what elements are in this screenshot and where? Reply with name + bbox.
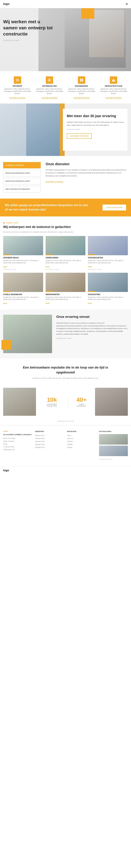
services-btn-1[interactable]: DESIGN BUILD/DESIGN-ASSIST (3, 170, 41, 177)
exp-includes-section: Onze ervaring omvat: Wij bieden klanten … (0, 309, 131, 359)
exp-cta-button[interactable]: KOM MEER TE WETEN (67, 133, 92, 138)
feature-link-2[interactable]: KOM MEER TE WETEN (73, 97, 90, 99)
feature-title-3: INFRASTRUCTUUR (99, 85, 128, 87)
exp-credit: Image van Freepik (67, 128, 124, 130)
card-img-1 (45, 236, 86, 255)
hero-credit: Afbeelding van Freepik (3, 39, 55, 41)
card-text-2: Sample text. Click to select the text bo… (88, 259, 128, 264)
footer-col-3: NAVIGATIE Home Over ons Diensten Portfol… (67, 430, 96, 460)
footer-col3-link-1[interactable]: Over ons (67, 437, 96, 440)
footer-gallery-img-1 (99, 434, 128, 444)
card-img-3 (3, 273, 43, 292)
card-link-3[interactable]: MEER (3, 303, 7, 304)
stat-block-1: 40+ Jaren opgericht (68, 394, 95, 410)
hero-text-block: Wij werken met u samen van ontwerp tot c… (3, 19, 55, 41)
footer-col2-link-1[interactable]: Diensten link 2 (35, 437, 64, 440)
card-5: HUISVESTING Sample text. Click to select… (88, 273, 128, 305)
card-link-2[interactable]: MEER (88, 266, 92, 268)
nav-menu-icon[interactable]: ≡ (126, 2, 128, 6)
footer-col4-title: FOTOGALERIJ (99, 430, 128, 432)
footer-line-0: Street 12-14 Strait (3, 437, 32, 440)
card-text-3: Sample text. Click to select the text bo… (3, 296, 43, 301)
card-title-3: CIVIELE INGENIEURS (3, 293, 43, 296)
exp-inc-image-wrapper (3, 315, 52, 353)
thinking-subtitle: Sample text (6, 222, 19, 224)
footer-col1-title: 12-14 Strait Street, 5 Nassau (3, 434, 32, 435)
features-section: ONTWERP Sample text. Click to select the… (0, 71, 131, 103)
card-title-1: VERBOUWING (45, 257, 86, 259)
card-3: CIVIELE INGENIEURS Sample text. Click to… (3, 273, 43, 305)
hero-section: Wij werken met u samen van ontwerp tot c… (0, 8, 131, 71)
footer-bottom: logo (0, 467, 131, 474)
footer-col3-link-3[interactable]: Portfolio (67, 443, 96, 446)
exp-text: Habitant morbi tristique senectus et. Ne… (67, 121, 124, 127)
card-text-5: Sample text. Click to select the text bo… (88, 296, 128, 301)
feature-link-1[interactable]: KOM MEER TE WETEN (41, 97, 58, 99)
feature-title-2: ENGINEERING (67, 85, 96, 87)
footer-grid: AANN 12-14 Strait Street, 5 Nassau Stree… (3, 430, 128, 460)
footer-line-1: Street, 5 Nassau (3, 440, 32, 443)
exp-inc-text: Wij bieden klanten 20 jaar al onze exper… (56, 322, 128, 336)
footer-col-4: FOTOGALERIJ Afbeelding van Freepik (99, 430, 128, 460)
hero-stripe-deco (0, 57, 35, 71)
footer: AANN 12-14 Strait Street, 5 Nassau Stree… (0, 425, 131, 467)
stats-row: 10k Afgeronde projecten 40+ Jaren opgeri… (0, 388, 131, 419)
card-title-2: STADSBUURTEN (88, 257, 128, 259)
footer-col1-lines: Street 12-14 Strait Street, 5 Nassau Str… (3, 437, 32, 451)
footer-orange-label: AANN (3, 430, 32, 432)
footer-line-2: Street (3, 443, 32, 445)
card-img-orange-bar-5 (88, 291, 95, 292)
card-link-4[interactable]: MEER (45, 303, 50, 304)
footer-logo[interactable]: logo (3, 469, 9, 472)
feature-item-0: ONTWERP Sample text. Click to select the… (2, 75, 33, 100)
services-link[interactable]: KOM MEER TE WETEN (45, 181, 63, 183)
services-content-col: Onze diensten We hebben hard gewerkt om … (45, 162, 128, 192)
footer-col-2: DIENSTEN Diensten link 1 Diensten link 2… (35, 430, 64, 460)
cta-button[interactable]: LATEN WE PRATEN (102, 205, 126, 211)
feature-title-1: ONTWIKKELING (35, 85, 64, 87)
stat-number-0: 10k (42, 397, 62, 403)
card-title-5: HUISVESTING (88, 293, 128, 296)
footer-col3-link-4[interactable]: Contact (67, 446, 96, 449)
services-btn-2[interactable]: DESIGN BUILD/DESIGN-ASSIST (3, 178, 41, 184)
footer-col3-title: NAVIGATIE (67, 430, 96, 432)
services-btn-0[interactable]: ALGEMENE AANNEMER (3, 162, 41, 168)
footer-col2-link-3[interactable]: Diensten link 4 (35, 443, 64, 446)
stats-credit: Afbeeldingen van Freepik (0, 419, 131, 425)
exp-inc-content: Onze ervaring omvat: Wij bieden klanten … (56, 315, 128, 353)
exp-credit-link[interactable]: Freepik (74, 128, 80, 130)
footer-col2-title: DIENSTEN (35, 430, 64, 432)
hero-credit-link[interactable]: Freepik (14, 39, 19, 41)
feature-icon-3 (110, 76, 117, 84)
card-img-2 (88, 236, 128, 255)
card-img-orange-bar-3 (3, 291, 10, 292)
card-link-1[interactable]: MEER (45, 266, 50, 268)
footer-col3-link-2[interactable]: Diensten (67, 440, 96, 443)
card-img-orange-bar-1 (45, 254, 53, 255)
feature-link-3[interactable]: KOM MEER TE WETEN (106, 97, 122, 99)
footer-col-1: AANN 12-14 Strait Street, 5 Nassau Stree… (3, 430, 32, 460)
feature-icon-1 (46, 76, 53, 84)
experience-section: Met meer dan 30 jaar ervaring Habitant m… (0, 103, 131, 156)
feature-icon-2 (78, 76, 85, 84)
hero-small-image (89, 10, 124, 57)
hero-orange-accent (81, 8, 94, 19)
cta-banner: We willen graag uw projectbehoeften besp… (0, 198, 131, 216)
card-1: VERBOUWING Sample text. Click to select … (45, 236, 86, 270)
nav-logo[interactable]: logo (3, 2, 9, 6)
reputation-text: Sample text. Click to select the text bo… (24, 377, 107, 379)
card-link-0[interactable]: MEER (3, 266, 7, 268)
footer-col2-link-2[interactable]: Diensten link 3 (35, 440, 64, 443)
footer-col2-link-4[interactable]: Diensten link 5 (35, 446, 64, 449)
footer-col2-link-0[interactable]: Diensten link 1 (35, 434, 64, 437)
exp-inc-orange-accent (1, 340, 11, 350)
feature-item-2: ENGINEERING Sample text. Click to select… (66, 75, 97, 100)
card-0: ONTWERP-BUILD Sample text. Click to sele… (3, 236, 43, 270)
feature-text-2: Sample text. Click to select the text bo… (67, 88, 96, 95)
footer-col3-link-0[interactable]: Home (67, 434, 96, 437)
exp-inc-title: Onze ervaring omvat: (56, 315, 128, 319)
services-btn-3[interactable]: PRE-CONSTRUCTIE DIENSTEN (3, 186, 41, 192)
card-link-5[interactable]: MEER (88, 303, 92, 304)
card-text-4: Sample text. Click to select the text bo… (45, 296, 86, 301)
feature-link-0[interactable]: KOM MEER TE WETEN (9, 97, 25, 99)
